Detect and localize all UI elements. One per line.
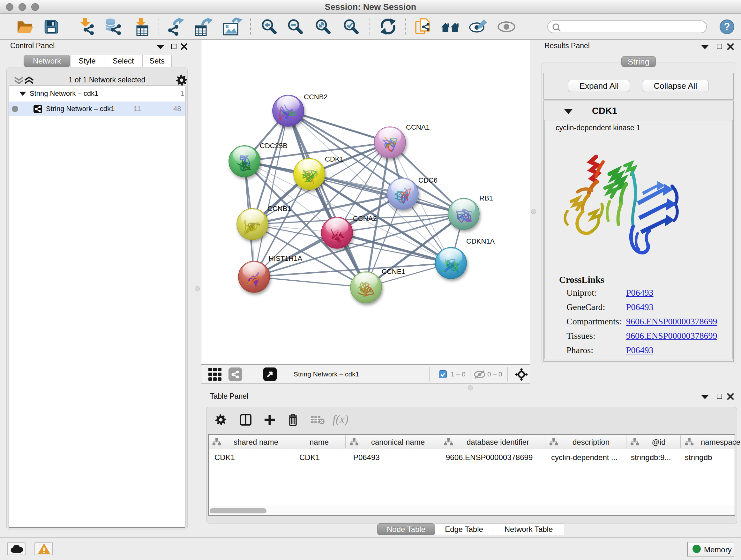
svg-text:CCNA1: CCNA1: [406, 123, 430, 131]
svg-text:CDC25B: CDC25B: [260, 142, 287, 150]
svg-text:CCNA2: CCNA2: [353, 214, 377, 223]
svg-text:RB1: RB1: [479, 194, 493, 202]
svg-text:CCNB1: CCNB1: [267, 205, 291, 212]
svg-text:CCNE1: CCNE1: [382, 267, 406, 275]
svg-text:CDKN1A: CDKN1A: [466, 237, 495, 245]
svg-text:CCNB2: CCNB2: [304, 93, 328, 101]
svg-text:HIST1H1A: HIST1H1A: [269, 254, 302, 262]
svg-text:CDC6: CDC6: [418, 176, 437, 184]
svg-text:CDK1: CDK1: [325, 155, 344, 163]
